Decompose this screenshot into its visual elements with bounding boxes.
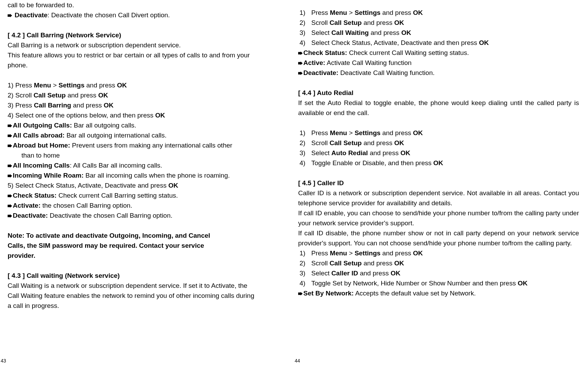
step-item: 5) Select Check Status, Activate, Deacti… [8, 180, 256, 190]
arrow-icon [8, 164, 12, 168]
body-text: If call ID disable, the phone number sho… [298, 228, 579, 248]
step-item: 1) Press Menu > Settings and press OK [298, 248, 579, 258]
arrow-icon [8, 144, 12, 148]
arrow-icon [8, 214, 12, 218]
bullet-item: All Incoming Calls: All Calls Bar all in… [8, 160, 256, 170]
body-text: Call Waiting is a network or subscriptio… [8, 281, 256, 311]
bullet-deactivate: Deactivate: Deactivate the chosen Call D… [8, 10, 256, 20]
body-text: call to be forwarded to. [8, 0, 256, 10]
bullet-item: Check Status: Check current Call Barring… [8, 190, 256, 200]
step-item: 4) Select one of the options below, and … [8, 110, 256, 120]
step-item: 1) Press Menu > Settings and press OK [298, 8, 579, 18]
step-item: 4) Select Check Status, Activate, Deacti… [298, 38, 579, 48]
page-number: 43 [1, 356, 6, 366]
body-text: If call ID enable, you can choose to sen… [298, 208, 579, 228]
bullet-item: Incoming While Roam: Bar all incoming ca… [8, 170, 256, 180]
body-text: If set the Auto Redial to toggle enable,… [298, 98, 579, 118]
body-text: This feature allows you to restrict or b… [8, 50, 256, 70]
bullet-item: Check Status: Check current Call Waiting… [298, 48, 579, 58]
step-item: 2) Scroll Call Setup and press OK [298, 18, 579, 28]
note-text: provider. [8, 251, 256, 261]
section-heading-4-4: [ 4.4 ] Auto Redial [298, 88, 579, 98]
arrow-icon [8, 174, 12, 178]
arrow-icon [8, 194, 12, 198]
step-item: 1) Press Menu > Settings and press OK [8, 80, 256, 90]
bullet-item: All Calls abroad: Bar all outgoing inter… [8, 130, 256, 140]
step-item: 1) Press Menu > Settings and press OK [298, 128, 579, 138]
bullet-cont: than to home [8, 150, 256, 160]
bullet-item: Deactivate: Deactivate Call Waiting func… [298, 68, 579, 78]
step-item: 4) Toggle Enable or Disable, and then pr… [298, 158, 579, 168]
step-item: 3) Select Call Waiting and press OK [298, 28, 579, 38]
step-item: 2) Scroll Call Setup and press OK [298, 138, 579, 148]
arrow-icon [298, 72, 303, 75]
note-text: Calls, the SIM password may be required.… [8, 240, 256, 251]
step-item: 4) Toggle Set by Network, Hide Number or… [298, 278, 579, 288]
step-item: 2) Scroll Call Setup and press OK [298, 258, 579, 268]
arrow-icon [298, 62, 303, 65]
page-spread: call to be forwarded to. Deactivate: Dea… [0, 0, 588, 368]
label: Deactivate [15, 11, 47, 19]
section-heading-4-5: [ 4.5 ] Caller ID [298, 178, 579, 188]
page-left: call to be forwarded to. Deactivate: Dea… [0, 0, 294, 368]
section-heading-4-2: [ 4.2 ] Call Barring (Network Service) [8, 30, 256, 40]
bullet-item: Set By Network: Accepts the default valu… [298, 288, 579, 298]
step-item: 3) Press Call Barring and press OK [8, 100, 256, 110]
step-item: 2) Scroll Call Setup and press OK [8, 90, 256, 100]
arrow-icon [8, 14, 12, 17]
section-heading-4-3: [ 4.3 ] Call waiting (Network service) [8, 271, 256, 281]
page-right: 1) Press Menu > Settings and press OK 2)… [294, 0, 588, 368]
desc: : Deactivate the chosen Call Divert opti… [47, 11, 170, 19]
arrow-icon [8, 124, 12, 128]
bullet-item: Abroad but Home: Prevent users from maki… [8, 140, 256, 150]
step-item: 3) Select Caller ID and press OK [298, 268, 579, 278]
bullet-item: All Outgoing Calls: Bar all outgoing cal… [8, 120, 256, 130]
arrow-icon [298, 51, 303, 55]
step-item: 3) Select Auto Redial and press OK [298, 148, 579, 158]
arrow-icon [8, 134, 12, 138]
bullet-item: Active: Activate Call Waiting function [298, 58, 579, 68]
note-text: Note: To activate and deactivate Outgoin… [8, 230, 256, 240]
arrow-icon [298, 292, 303, 295]
body-text: Call Barring is a network or subscriptio… [8, 40, 256, 50]
body-text: Caller ID is a network or subscription d… [298, 188, 579, 208]
bullet-item: Deactivate: Deactivate the chosen Call B… [8, 210, 256, 220]
page-number: 44 [295, 356, 300, 366]
bullet-item: Activate: the chosen Call Barring option… [8, 200, 256, 210]
arrow-icon [8, 204, 12, 208]
